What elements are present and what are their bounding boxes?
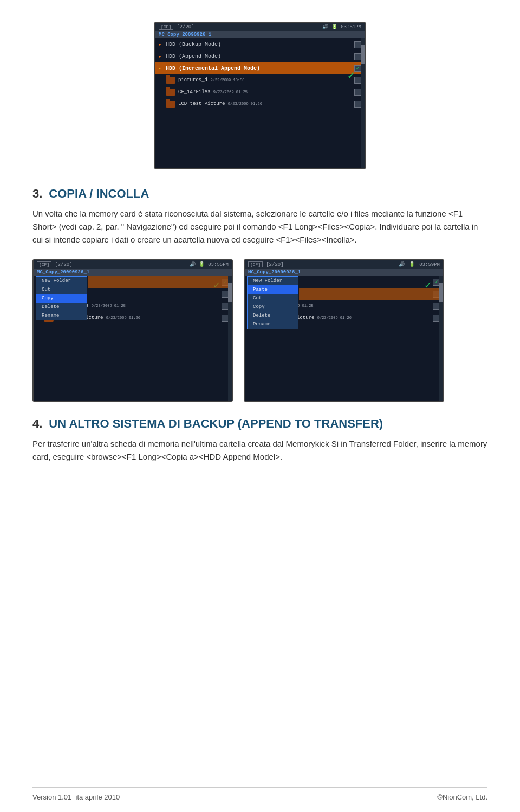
- footer-version: Version 1.01_ita aprile 2010: [32, 793, 120, 801]
- menu-cut: Cut: [36, 285, 87, 294]
- screen-title: MC_Copy_20090926_1: [155, 31, 365, 38]
- item-text: pictures_d 9/22/2009 10:50: [178, 77, 352, 83]
- folder-icon: [166, 77, 176, 84]
- menu-paste: Paste: [248, 285, 298, 294]
- scrollbar-thumb: [361, 45, 365, 64]
- menu-delete: Delete: [248, 311, 298, 320]
- item-name: HDD (Backup Mode): [166, 42, 352, 48]
- menu-new-folder: New Folder: [248, 277, 298, 285]
- menu-row-2: ▶ HDD (Append Mode): [155, 50, 365, 62]
- menu-copy: Copy: [248, 303, 298, 311]
- section4-text: Per trasferire un'altra scheda di memori…: [32, 437, 487, 463]
- section4-number: 4.: [32, 417, 42, 431]
- menu-row-3: ▪ HDD (Incremental Append Mode): [155, 62, 365, 74]
- page-footer: Version 1.01_ita aprile 2010 ©NionCom, L…: [32, 787, 487, 801]
- screenshot-top-container: [CF] [2/20] 🔊 🔋 03:51PM MC_Copy_20090926…: [32, 22, 487, 169]
- top-device-screen: [CF] [2/20] 🔊 🔋 03:51PM MC_Copy_20090926…: [154, 22, 366, 169]
- section4-heading: 4. UN ALTRO SISTEMA DI BACKUP (APPEND TO…: [32, 417, 487, 431]
- scrollbar-track: [228, 276, 232, 401]
- section3-number: 3.: [32, 187, 42, 201]
- time-display: 03:51PM: [341, 24, 361, 30]
- cf-badge: [CF]: [37, 261, 51, 267]
- section3-text: Un volta che la memory card è stata rico…: [32, 207, 487, 246]
- time-display: 03:59PM: [419, 262, 440, 267]
- menu-copy: Copy: [36, 294, 87, 303]
- selection-highlight: [88, 276, 228, 288]
- item-name: HDD (Incremental Append Mode): [166, 66, 352, 71]
- screenshots-row: [CF] [2/20] 🔊 🔋 03:55PM MC_Copy_20090926…: [32, 259, 487, 402]
- right-device-screen: [CF] [2/20] 🔊 🔋 03:59PM MC_Copy_20090926…: [244, 259, 444, 402]
- left-screen-body: ▶ MC_Copy... 9/22: [34, 276, 232, 401]
- menu-new-folder: New Folder: [36, 277, 87, 285]
- menu-rename: Rename: [36, 311, 87, 320]
- menu-cut: Cut: [248, 294, 298, 303]
- right-context-menu: New Folder Paste Cut Copy Delete Rename: [247, 276, 298, 329]
- speaker-icon: 🔊: [322, 24, 328, 30]
- page-content: [CF] [2/20] 🔊 🔋 03:51PM MC_Copy_20090926…: [0, 0, 520, 512]
- right-screen-body: ▶ MC_Copy... 9/22: [245, 276, 443, 401]
- scrollbar-thumb: [228, 283, 232, 302]
- left-device-screen: [CF] [2/20] 🔊 🔋 03:55PM MC_Copy_20090926…: [32, 259, 233, 402]
- footer-copyright: ©NionCom, Ltd.: [437, 793, 487, 801]
- battery-icon: 🔋: [199, 261, 205, 267]
- selection-highlight-2: [299, 288, 439, 300]
- battery-icon: 🔋: [332, 24, 337, 30]
- scrollbar-track: [361, 38, 365, 168]
- scrollbar-thumb: [439, 283, 443, 302]
- folder-icon: [166, 101, 176, 108]
- folder-row-2: CF_147Files 9/23/2009 01:25: [155, 86, 365, 98]
- arrow-icon: ▶: [159, 42, 163, 47]
- page-info: [2/20]: [55, 262, 72, 267]
- left-context-menu: New Folder Cut Copy Delete Rename: [36, 276, 87, 320]
- speaker-icon: 🔊: [190, 261, 196, 267]
- page-info: [2/20]: [266, 262, 283, 267]
- cf-badge: [CF]: [248, 261, 263, 267]
- screen-body: ▶ HDD (Backup Mode) ▶ HDD (Append Mode) …: [155, 38, 365, 168]
- section3-heading: 3. COPIA / INCOLLA: [32, 187, 487, 201]
- section3-title: COPIA / INCOLLA: [49, 187, 149, 201]
- left-screen-header: [CF] [2/20] 🔊 🔋 03:55PM: [34, 260, 232, 269]
- right-screen-header: [CF] [2/20] 🔊 🔋 03:59PM: [245, 260, 443, 269]
- memory-word: memory: [88, 209, 118, 218]
- scrollbar-track: [439, 276, 443, 401]
- menu-row-1: ▶ HDD (Backup Mode): [155, 38, 365, 50]
- folder-row-3: LCD test Picture 9/23/2009 01:26: [155, 98, 365, 110]
- page-info: [2/20]: [177, 24, 194, 30]
- item-name: HDD (Append Mode): [166, 54, 352, 60]
- item-text: CF_147Files 9/23/2009 01:25: [178, 89, 352, 95]
- battery-icon: 🔋: [409, 261, 415, 267]
- screen-header: [CF] [2/20] 🔊 🔋 03:51PM: [155, 23, 365, 31]
- folder-icon: [166, 89, 176, 96]
- cf-badge: [CF]: [159, 24, 173, 30]
- big-checkmark: ✓: [348, 68, 355, 83]
- memory-word-2: memory: [458, 439, 487, 448]
- item-text: LCD test Picture 9/23/2009 01:26: [178, 101, 352, 107]
- menu-delete: Delete: [36, 303, 87, 311]
- right-screen-title: MC_Copy_20090926_1: [245, 269, 443, 276]
- left-screen-title: MC_Copy_20090926_1: [34, 269, 232, 276]
- menu-rename: Rename: [248, 320, 298, 329]
- arrow-icon: ▶: [159, 54, 163, 59]
- section4-title: UN ALTRO SISTEMA DI BACKUP (APPEND TO TR…: [49, 417, 383, 431]
- speaker-icon: 🔊: [399, 261, 405, 267]
- time-display: 03:55PM: [208, 262, 229, 267]
- folder-row-1: pictures_d 9/22/2009 10:50: [155, 74, 365, 86]
- bullet-icon: ▪: [159, 66, 163, 71]
